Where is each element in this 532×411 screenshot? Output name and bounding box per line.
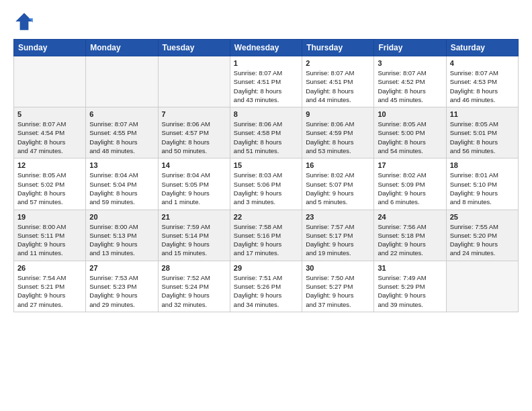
calendar-cell: 7Sunrise: 8:06 AM Sunset: 4:57 PM Daylig… — [158, 107, 230, 158]
day-number: 26 — [17, 264, 82, 272]
week-row-1: 1Sunrise: 8:07 AM Sunset: 4:51 PM Daylig… — [14, 56, 519, 107]
svg-marker-0 — [15, 13, 33, 30]
day-number: 30 — [306, 264, 370, 272]
calendar-cell: 31Sunrise: 7:49 AM Sunset: 5:29 PM Dayli… — [374, 261, 446, 312]
calendar-cell: 11Sunrise: 8:05 AM Sunset: 5:01 PM Dayli… — [446, 107, 518, 158]
day-number: 4 — [450, 59, 515, 67]
day-number: 3 — [378, 59, 442, 67]
day-number: 21 — [162, 213, 226, 221]
day-info: Sunrise: 8:04 AM Sunset: 5:04 PM Dayligh… — [89, 171, 154, 206]
header — [13, 11, 519, 32]
weekday-header-monday: Monday — [86, 40, 158, 56]
weekday-header-wednesday: Wednesday — [230, 40, 302, 56]
day-info: Sunrise: 8:06 AM Sunset: 4:59 PM Dayligh… — [306, 120, 370, 155]
calendar-cell: 5Sunrise: 8:07 AM Sunset: 4:54 PM Daylig… — [14, 107, 86, 158]
day-number: 14 — [162, 161, 226, 169]
calendar-cell: 2Sunrise: 8:07 AM Sunset: 4:51 PM Daylig… — [302, 56, 374, 107]
calendar-cell: 25Sunrise: 7:55 AM Sunset: 5:20 PM Dayli… — [446, 210, 518, 261]
day-number: 2 — [306, 59, 370, 67]
day-info: Sunrise: 8:02 AM Sunset: 5:09 PM Dayligh… — [378, 171, 442, 206]
day-number: 8 — [234, 110, 298, 118]
page: SundayMondayTuesdayWednesdayThursdayFrid… — [0, 0, 532, 411]
day-number: 25 — [450, 213, 515, 221]
calendar-cell: 18Sunrise: 8:01 AM Sunset: 5:10 PM Dayli… — [446, 158, 518, 210]
day-number: 1 — [234, 59, 298, 67]
calendar-cell: 3Sunrise: 8:07 AM Sunset: 4:52 PM Daylig… — [374, 56, 446, 107]
day-info: Sunrise: 8:05 AM Sunset: 5:00 PM Dayligh… — [378, 120, 442, 155]
day-number: 29 — [234, 264, 298, 272]
calendar-cell: 16Sunrise: 8:02 AM Sunset: 5:07 PM Dayli… — [302, 158, 374, 210]
week-row-4: 19Sunrise: 8:00 AM Sunset: 5:11 PM Dayli… — [14, 210, 519, 261]
day-info: Sunrise: 8:07 AM Sunset: 4:51 PM Dayligh… — [306, 68, 370, 104]
day-info: Sunrise: 8:00 AM Sunset: 5:13 PM Dayligh… — [89, 222, 154, 258]
weekday-header-saturday: Saturday — [446, 40, 518, 56]
day-info: Sunrise: 7:58 AM Sunset: 5:16 PM Dayligh… — [234, 222, 298, 258]
day-info: Sunrise: 8:04 AM Sunset: 5:05 PM Dayligh… — [162, 171, 226, 206]
day-info: Sunrise: 8:06 AM Sunset: 4:58 PM Dayligh… — [234, 120, 298, 155]
day-number: 5 — [17, 110, 82, 118]
day-number: 15 — [234, 161, 298, 169]
day-number: 7 — [162, 110, 226, 118]
weekday-header-sunday: Sunday — [14, 40, 86, 56]
day-info: Sunrise: 8:07 AM Sunset: 4:53 PM Dayligh… — [450, 68, 515, 104]
day-number: 17 — [378, 161, 442, 169]
calendar-cell: 26Sunrise: 7:54 AM Sunset: 5:21 PM Dayli… — [14, 261, 86, 312]
calendar-cell: 17Sunrise: 8:02 AM Sunset: 5:09 PM Dayli… — [374, 158, 446, 210]
day-info: Sunrise: 7:59 AM Sunset: 5:14 PM Dayligh… — [162, 222, 226, 258]
day-info: Sunrise: 7:50 AM Sunset: 5:27 PM Dayligh… — [306, 273, 370, 309]
day-number: 11 — [450, 110, 515, 118]
day-info: Sunrise: 7:53 AM Sunset: 5:23 PM Dayligh… — [89, 273, 154, 309]
calendar-cell: 13Sunrise: 8:04 AM Sunset: 5:04 PM Dayli… — [86, 158, 158, 210]
day-number: 31 — [378, 264, 442, 272]
day-info: Sunrise: 7:55 AM Sunset: 5:20 PM Dayligh… — [450, 222, 515, 258]
day-number: 16 — [306, 161, 370, 169]
calendar-cell: 21Sunrise: 7:59 AM Sunset: 5:14 PM Dayli… — [158, 210, 230, 261]
week-row-2: 5Sunrise: 8:07 AM Sunset: 4:54 PM Daylig… — [14, 107, 519, 158]
day-info: Sunrise: 8:07 AM Sunset: 4:55 PM Dayligh… — [89, 120, 154, 155]
day-number: 23 — [306, 213, 370, 221]
calendar-cell: 9Sunrise: 8:06 AM Sunset: 4:59 PM Daylig… — [302, 107, 374, 158]
day-number: 27 — [89, 264, 154, 272]
week-row-5: 26Sunrise: 7:54 AM Sunset: 5:21 PM Dayli… — [14, 261, 519, 312]
logo — [13, 11, 38, 32]
calendar-cell: 27Sunrise: 7:53 AM Sunset: 5:23 PM Dayli… — [86, 261, 158, 312]
calendar-cell: 4Sunrise: 8:07 AM Sunset: 4:53 PM Daylig… — [446, 56, 518, 107]
day-info: Sunrise: 8:02 AM Sunset: 5:07 PM Dayligh… — [306, 171, 370, 206]
day-number: 10 — [378, 110, 442, 118]
calendar-cell: 8Sunrise: 8:06 AM Sunset: 4:58 PM Daylig… — [230, 107, 302, 158]
day-info: Sunrise: 8:00 AM Sunset: 5:11 PM Dayligh… — [17, 222, 82, 258]
day-info: Sunrise: 7:54 AM Sunset: 5:21 PM Dayligh… — [17, 273, 82, 309]
day-number: 12 — [17, 161, 82, 169]
day-info: Sunrise: 8:07 AM Sunset: 4:54 PM Dayligh… — [17, 120, 82, 155]
day-number: 6 — [89, 110, 154, 118]
day-info: Sunrise: 7:57 AM Sunset: 5:17 PM Dayligh… — [306, 222, 370, 258]
day-number: 28 — [162, 264, 226, 272]
day-info: Sunrise: 7:49 AM Sunset: 5:29 PM Dayligh… — [378, 273, 442, 309]
calendar-cell: 29Sunrise: 7:51 AM Sunset: 5:26 PM Dayli… — [230, 261, 302, 312]
day-number: 9 — [306, 110, 370, 118]
day-number: 18 — [450, 161, 515, 169]
calendar-cell: 28Sunrise: 7:52 AM Sunset: 5:24 PM Dayli… — [158, 261, 230, 312]
day-number: 22 — [234, 213, 298, 221]
day-number: 13 — [89, 161, 154, 169]
calendar-cell — [158, 56, 230, 107]
calendar-cell: 20Sunrise: 8:00 AM Sunset: 5:13 PM Dayli… — [86, 210, 158, 261]
day-info: Sunrise: 8:07 AM Sunset: 4:52 PM Dayligh… — [378, 68, 442, 104]
calendar-cell — [86, 56, 158, 107]
calendar: SundayMondayTuesdayWednesdayThursdayFrid… — [13, 39, 519, 312]
day-info: Sunrise: 8:01 AM Sunset: 5:10 PM Dayligh… — [450, 171, 515, 206]
calendar-cell: 14Sunrise: 8:04 AM Sunset: 5:05 PM Dayli… — [158, 158, 230, 210]
calendar-cell: 15Sunrise: 8:03 AM Sunset: 5:06 PM Dayli… — [230, 158, 302, 210]
day-info: Sunrise: 7:56 AM Sunset: 5:18 PM Dayligh… — [378, 222, 442, 258]
day-number: 20 — [89, 213, 154, 221]
weekday-header-row: SundayMondayTuesdayWednesdayThursdayFrid… — [14, 40, 519, 56]
day-number: 24 — [378, 213, 442, 221]
calendar-cell: 23Sunrise: 7:57 AM Sunset: 5:17 PM Dayli… — [302, 210, 374, 261]
day-info: Sunrise: 8:05 AM Sunset: 5:02 PM Dayligh… — [17, 171, 82, 206]
calendar-cell: 19Sunrise: 8:00 AM Sunset: 5:11 PM Dayli… — [14, 210, 86, 261]
calendar-cell — [446, 261, 518, 312]
calendar-cell: 1Sunrise: 8:07 AM Sunset: 4:51 PM Daylig… — [230, 56, 302, 107]
calendar-cell: 24Sunrise: 7:56 AM Sunset: 5:18 PM Dayli… — [374, 210, 446, 261]
day-info: Sunrise: 8:06 AM Sunset: 4:57 PM Dayligh… — [162, 120, 226, 155]
calendar-cell: 22Sunrise: 7:58 AM Sunset: 5:16 PM Dayli… — [230, 210, 302, 261]
